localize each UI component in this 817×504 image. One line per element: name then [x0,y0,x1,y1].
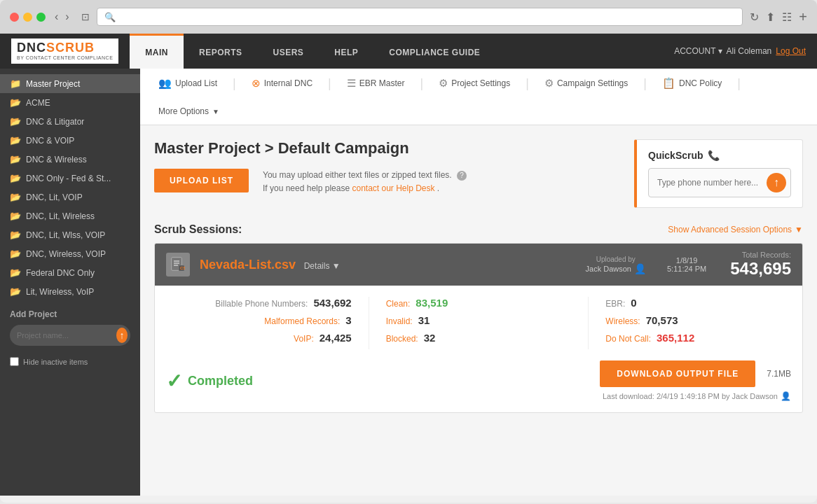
session-header: CSV Nevada-List.csv Details ▼ Uploaded b… [155,244,802,286]
share-button[interactable]: ⬆ [766,10,775,24]
logo-tagline: BY CONTACT CENTER COMPLIANCE [17,55,113,61]
sidebar-item-dnc-lit-voip[interactable]: 📂 DNC, Lit, VOIP [0,188,140,206]
stats-col-right: EBR: 0 Wireless: 70,573 Do Not Call: 365… [605,297,791,349]
address-bar[interactable]: 🔍 [97,8,743,26]
new-tab-button[interactable]: + [799,9,807,25]
reload-button[interactable]: ↻ [750,10,759,24]
logout-link[interactable]: Log Out [776,46,806,56]
sidebar-item-acme[interactable]: 📂 ACME [0,93,140,112]
sidebar-item-lit-wireless-voip[interactable]: 📂 Lit, Wireless, VoIP [0,282,140,301]
toolbar-more-options[interactable]: More Options ▼ [154,104,224,119]
session-meta: Uploaded by Jack Dawson 👤 1/8/19 5:11:24… [586,255,707,274]
project-settings-icon: ⚙ [439,77,448,90]
stats-col-left: Billable Phone Numbers: 543,692 Malforme… [166,297,352,349]
download-output-file-button[interactable]: DOWNLOAD OUTPUT FILE [600,360,755,387]
ebr-value: 0 [631,297,636,309]
hide-inactive-checkbox[interactable] [10,357,19,366]
sidebar-item-label: DNC, Wireless, VOIP [26,249,106,259]
upload-hint-prefix: If you need help please [263,183,350,193]
voip-label: VoIP: [294,334,314,344]
scrub-sessions-title: Scrub Sessions: [154,223,242,236]
tab-reports[interactable]: REPORTS [184,34,258,69]
hide-inactive-section: Hide inactive items [0,351,140,372]
logo: DNC SCRUB BY CONTACT CENTER COMPLIANCE [0,34,130,69]
tab-main[interactable]: MAIN [130,34,184,69]
sidebar-item-dnc-voip[interactable]: 📂 DNC & VOIP [0,131,140,150]
session-footer: ✓ Completed DOWNLOAD OUTPUT FILE 7.1MB L… [166,360,791,401]
account-link[interactable]: ACCOUNT ▾ [674,46,722,56]
toolbar-sep-4: | [526,76,529,91]
sidebar-item-label: DNC & Wireless [26,155,87,164]
folder-icon: 📂 [10,154,21,164]
sidebar-item-master-project[interactable]: 📁 Master Project [0,74,140,93]
toolbar-campaign-settings[interactable]: ⚙ Campaign Settings [540,74,632,92]
back-button[interactable]: ‹ [53,10,60,23]
nav-arrows: ‹ › [53,10,71,23]
tab-users[interactable]: USERS [257,34,319,69]
minimize-traffic-light[interactable] [23,13,32,22]
traffic-lights [10,13,46,22]
window-toggle-button[interactable]: ⊡ [81,11,90,22]
quickscrub-submit-button[interactable]: ↑ [767,173,786,192]
folder-icon: 📂 [10,286,21,297]
forward-button[interactable]: › [63,10,71,23]
dnc-policy-icon: 📋 [662,77,675,90]
search-icon: 🔍 [104,12,116,22]
toolbar-ebr-master[interactable]: ☰ EBR Master [343,74,409,92]
sidebar-item-dnc-litigator[interactable]: 📂 DNC & Litigator [0,112,140,131]
sidebar-item-dnc-wireless-voip[interactable]: 📂 DNC, Wireless, VOIP [0,244,140,263]
help-icon[interactable]: ? [457,171,467,181]
sidebar-item-label: DNC & VOIP [26,136,74,146]
toolbar-project-settings[interactable]: ⚙ Project Settings [434,74,514,92]
toolbar-ebr-master-label: EBR Master [359,78,405,88]
toolbar-dnc-policy[interactable]: 📋 DNC Policy [658,74,726,92]
sidebar-item-label: Federal DNC Only [26,268,95,278]
sidebar-item-dnc-fed[interactable]: 📂 DNC Only - Fed & St... [0,169,140,188]
session-card: CSV Nevada-List.csv Details ▼ Uploaded b… [154,243,803,413]
total-records-value: 543,695 [730,259,791,279]
help-desk-link[interactable]: contact our Help Desk [352,183,434,193]
add-project-input[interactable] [17,331,114,340]
show-advanced-button[interactable]: Show Advanced Session Options ▼ [668,225,803,234]
stats-area: Billable Phone Numbers: 543,692 Malforme… [166,297,791,349]
top-row: Master Project > Default Campaign UPLOAD… [154,139,803,212]
blocked-value: 32 [424,332,436,344]
sidebar-item-dnc-wireless[interactable]: 📂 DNC & Wireless [0,150,140,169]
upload-list-button[interactable]: UPLOAD LIST [154,169,249,192]
upload-list-icon: 👥 [158,77,172,90]
quickscrub-input-wrap: ↑ [648,168,791,197]
top-left: Master Project > Default Campaign UPLOAD… [154,139,467,212]
toolbar-project-settings-label: Project Settings [451,78,510,88]
nav-right: ACCOUNT ▾ Ali Coleman Log Out [674,34,817,69]
add-project-submit-button[interactable]: ↑ [116,328,128,343]
toolbar-upload-list[interactable]: 👥 Upload List [154,74,221,92]
toolbar-sep-1: | [233,76,236,91]
session-date: 1/8/19 5:11:24 PM [667,256,706,273]
session-file-icon: CSV [166,253,190,276]
toolbar-sep-2: | [328,76,331,91]
quickscrub-input[interactable] [657,178,762,188]
sidebar-item-federal-dnc[interactable]: 📂 Federal DNC Only [0,263,140,282]
session-details-link[interactable]: Details ▼ [304,261,341,271]
chevron-down-icon: ▼ [795,225,803,234]
sidebar-item-dnc-lit-wireless[interactable]: 📂 DNC, Lit, Wireless [0,206,140,225]
toolbar-upload-list-label: Upload List [175,78,217,88]
folder-icon: 📂 [10,230,21,240]
tab-help[interactable]: HELP [319,34,373,69]
folder-icon: 📂 [10,173,21,183]
toolbar-sep-5: | [643,76,647,91]
toolbar-internal-dnc[interactable]: ⊗ Internal DNC [247,74,317,92]
tab-compliance[interactable]: COMPLIANCE GUIDE [373,34,495,69]
wireless-value: 70,573 [646,314,678,326]
upload-hint: You may upload either text files or zipp… [263,169,467,195]
stats-divider-2 [588,297,589,349]
internal-dnc-icon: ⊗ [252,77,261,90]
voip-value: 24,425 [320,332,352,344]
tabs-button[interactable]: ☷ [782,10,792,24]
toolbar-sep-6: | [737,76,741,91]
logo-box: DNC SCRUB BY CONTACT CENTER COMPLIANCE [11,38,118,63]
close-traffic-light[interactable] [10,13,19,22]
sidebar-item-label: ACME [26,98,50,108]
sidebar-item-dnc-lit-wlss-voip[interactable]: 📂 DNC, Lit, Wlss, VOIP [0,225,140,244]
maximize-traffic-light[interactable] [36,13,46,22]
